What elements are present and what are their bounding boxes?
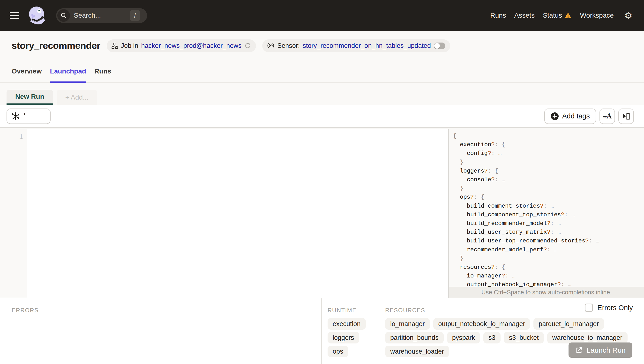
play-panel-icon bbox=[622, 112, 630, 120]
schema-line: recommender_model_perf?: … bbox=[453, 246, 644, 254]
launch-run-label: Launch Run bbox=[586, 346, 626, 354]
add-tags-button[interactable]: Add tags bbox=[544, 108, 596, 124]
nav-item-workspace[interactable]: Workspace bbox=[580, 12, 614, 19]
autocomplete-hint: Use Ctrl+Space to show auto-completions … bbox=[449, 287, 644, 298]
launchpad-toolbar: * Add tags ••A bbox=[0, 105, 644, 128]
errors-only-toggle[interactable]: Errors Only bbox=[585, 304, 633, 312]
schema-line: } bbox=[453, 184, 644, 193]
errors-section-label: ERRORS bbox=[12, 307, 321, 314]
gear-icon[interactable]: ⚙ bbox=[624, 11, 632, 20]
sensor-pill-prefix: Sensor: bbox=[277, 42, 300, 50]
schema-line: resources?: { bbox=[453, 263, 644, 272]
tag-loggers[interactable]: loggers bbox=[328, 332, 359, 344]
op-selector-input[interactable]: * bbox=[7, 108, 51, 124]
editor-gutter: 1 bbox=[0, 129, 27, 298]
search-input[interactable]: Search... / bbox=[56, 8, 147, 23]
search-placeholder: Search... bbox=[74, 12, 101, 19]
bottom-panel: ERRORS RUNTIME executionloggersops OPS R… bbox=[0, 298, 644, 364]
search-shortcut-badge: / bbox=[130, 10, 140, 21]
nav-item-assets[interactable]: Assets bbox=[514, 12, 535, 19]
tab-runs[interactable]: Runs bbox=[94, 60, 111, 82]
schema-line: } bbox=[453, 254, 644, 263]
sensor-pill: Sensor: story_recommender_on_hn_tables_u… bbox=[262, 40, 450, 52]
tag-warehouse-loader[interactable]: warehouse_loader bbox=[385, 346, 449, 357]
sensor-link[interactable]: story_recommender_on_hn_tables_updated bbox=[303, 42, 431, 50]
tag-s3-bucket[interactable]: s3_bucket bbox=[504, 332, 544, 344]
schema-line: console?: … bbox=[453, 176, 644, 184]
run-preview-button[interactable] bbox=[618, 108, 634, 124]
tag-execution[interactable]: execution bbox=[328, 318, 366, 330]
tag-partition-bounds[interactable]: partition_bounds bbox=[385, 332, 444, 344]
job-graph-icon bbox=[112, 42, 118, 49]
add-config-tab-button[interactable]: + Add... bbox=[57, 90, 97, 105]
tab-new-run[interactable]: New Run bbox=[7, 90, 53, 105]
warning-icon bbox=[564, 12, 572, 19]
schema-line: config?: … bbox=[453, 149, 644, 158]
errors-only-checkbox[interactable] bbox=[585, 304, 593, 312]
add-tags-label: Add tags bbox=[562, 112, 590, 120]
config-schema: { execution?: { config?: … } loggers?: {… bbox=[449, 129, 644, 289]
menu-icon[interactable] bbox=[10, 12, 19, 19]
tag-ops[interactable]: ops bbox=[328, 346, 348, 357]
op-selector-icon bbox=[11, 112, 20, 120]
launch-external-icon bbox=[575, 346, 582, 354]
schema-line: ops?: { bbox=[453, 193, 644, 202]
config-tabs: New Run + Add... bbox=[0, 83, 644, 105]
tag-pyspark[interactable]: pyspark bbox=[447, 332, 480, 344]
schema-line: { bbox=[453, 132, 644, 140]
nav-links: RunsAssetsStatusWorkspace ⚙ bbox=[482, 11, 632, 20]
tag-output-notebook-io-manager[interactable]: output_notebook_io_manager bbox=[433, 318, 530, 330]
refresh-icon[interactable] bbox=[244, 42, 251, 49]
sensor-icon bbox=[267, 42, 274, 49]
search-icon bbox=[57, 9, 70, 22]
editor-workspace: 1 { execution?: { config?: … } loggers?:… bbox=[0, 129, 644, 298]
schema-line: build_user_story_matrix?: … bbox=[453, 228, 644, 236]
autocomplete-icon: ••A bbox=[603, 112, 611, 120]
schema-line: loggers?: { bbox=[453, 167, 644, 176]
nav-item-runs[interactable]: Runs bbox=[490, 12, 506, 19]
job-tabs: OverviewLaunchpadRuns bbox=[0, 60, 644, 83]
tag-warehouse-io-manager[interactable]: warehouse_io_manager bbox=[547, 332, 627, 344]
runtime-section: RUNTIME executionloggersops OPS bbox=[328, 307, 385, 364]
job-link[interactable]: hacker_news_prod@hacker_news bbox=[141, 42, 242, 50]
op-selector-value: * bbox=[23, 112, 27, 120]
autocomplete-button[interactable]: ••A bbox=[599, 108, 615, 124]
schema-line: build_component_top_stories?: … bbox=[453, 210, 644, 219]
runtime-section-label: RUNTIME bbox=[328, 307, 385, 314]
job-pill-prefix: Job in bbox=[121, 42, 138, 50]
toolbar-right: Add tags ••A bbox=[544, 108, 634, 124]
sections-pane: RUNTIME executionloggersops OPS RESOURCE… bbox=[322, 298, 644, 364]
errors-pane: ERRORS bbox=[0, 298, 322, 364]
tab-launchpad[interactable]: Launchpad bbox=[50, 60, 86, 82]
schema-line: build_recommender_model?: … bbox=[453, 219, 644, 228]
schema-line: } bbox=[453, 158, 644, 167]
title-bar: story_recommender Job in hacker_news_pro… bbox=[0, 31, 644, 60]
line-number: 1 bbox=[0, 129, 27, 141]
schema-line: build_comment_stories?: … bbox=[453, 202, 644, 210]
nav-item-status[interactable]: Status bbox=[543, 12, 572, 19]
tag-io-manager[interactable]: io_manager bbox=[385, 318, 430, 330]
tag-s3[interactable]: s3 bbox=[483, 332, 501, 344]
launch-run-button[interactable]: Launch Run bbox=[568, 342, 632, 358]
dagster-launchpad-page: Search... / RunsAssetsStatusWorkspace ⚙ … bbox=[0, 0, 644, 364]
tab-overview[interactable]: Overview bbox=[12, 60, 42, 82]
config-schema-panel: { execution?: { config?: … } loggers?: {… bbox=[448, 129, 644, 298]
dagster-logo-icon[interactable] bbox=[27, 4, 47, 26]
schema-line: execution?: { bbox=[453, 140, 644, 149]
schema-line: build_user_top_recommended_stories?: … bbox=[453, 236, 644, 245]
top-nav: Search... / RunsAssetsStatusWorkspace ⚙ bbox=[0, 0, 644, 31]
job-pill: Job in hacker_news_prod@hacker_news bbox=[107, 40, 256, 52]
schema-line: io_manager?: … bbox=[453, 272, 644, 280]
page-title: story_recommender bbox=[12, 40, 100, 51]
plus-circle-icon bbox=[551, 112, 559, 120]
tag-parquet-io-manager[interactable]: parquet_io_manager bbox=[533, 318, 604, 330]
sensor-toggle[interactable] bbox=[434, 42, 445, 49]
errors-only-label: Errors Only bbox=[597, 304, 633, 312]
nav-left: Search... / bbox=[0, 4, 147, 26]
config-editor[interactable] bbox=[28, 129, 448, 298]
